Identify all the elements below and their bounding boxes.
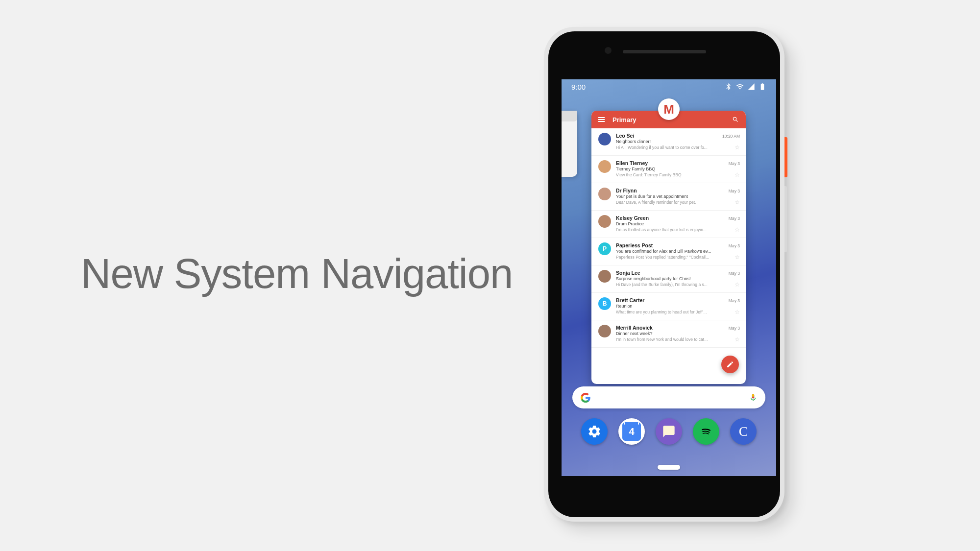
signal-icon bbox=[747, 83, 755, 91]
mail-sender: Merrill Anovick bbox=[616, 325, 653, 331]
mail-subject: Your pet is due for a vet appointment bbox=[616, 194, 740, 199]
slide-title: New System Navigation bbox=[81, 250, 513, 298]
mail-preview: View the Card: Tierney Family BBQ bbox=[616, 172, 732, 177]
avatar: P bbox=[598, 242, 611, 255]
hamburger-menu-icon[interactable] bbox=[598, 117, 605, 122]
mail-time: May 3 bbox=[729, 189, 740, 193]
star-icon[interactable]: ☆ bbox=[735, 254, 740, 261]
mail-subject: Dinner next week? bbox=[616, 331, 740, 336]
mail-preview: Hi Dave (and the Burke family), I'm thro… bbox=[616, 282, 732, 287]
star-icon[interactable]: ☆ bbox=[735, 144, 740, 151]
avatar: B bbox=[598, 297, 611, 310]
google-g-icon bbox=[580, 392, 591, 403]
mail-preview: Paperless Post You replied "attending." … bbox=[616, 255, 732, 260]
search-icon[interactable] bbox=[732, 116, 739, 123]
mail-subject: Tierney Family BBQ bbox=[616, 167, 740, 171]
compose-fab[interactable] bbox=[721, 356, 739, 373]
c-app-icon[interactable]: C bbox=[730, 418, 757, 445]
battery-icon bbox=[759, 83, 766, 91]
status-icons bbox=[725, 83, 766, 91]
voice-mic-icon[interactable] bbox=[749, 393, 758, 402]
mail-row[interactable]: Dr Flynn May 3 Your pet is due for a vet… bbox=[591, 183, 746, 211]
mail-time: May 3 bbox=[729, 298, 740, 303]
power-button[interactable] bbox=[784, 137, 787, 177]
status-time: 9:00 bbox=[571, 83, 586, 91]
mail-row[interactable]: B Brett Carter May 3 Reunion What time a… bbox=[591, 293, 746, 320]
mail-sender: Dr Flynn bbox=[616, 188, 637, 193]
mail-time: 10:20 AM bbox=[722, 134, 740, 139]
calendar-app-icon[interactable]: 4 bbox=[618, 418, 645, 445]
gear-icon bbox=[587, 424, 602, 439]
spotify-app-icon[interactable] bbox=[693, 418, 719, 445]
mail-subject: Drum Practice bbox=[616, 221, 740, 226]
wifi-icon bbox=[736, 83, 744, 91]
mail-sender: Leo Sei bbox=[616, 133, 634, 139]
avatar bbox=[598, 188, 611, 200]
mail-subject: Reunion bbox=[616, 304, 740, 309]
avatar bbox=[598, 215, 611, 228]
mail-preview: What time are you planning to head out f… bbox=[616, 310, 732, 314]
gmail-recents-card[interactable]: Primary Leo Sei 10:20 AM Neighbors dinne… bbox=[591, 111, 746, 384]
star-icon[interactable]: ☆ bbox=[735, 199, 740, 206]
dock-app-row: 4 C bbox=[562, 418, 776, 445]
gmail-app-icon[interactable]: M bbox=[658, 98, 680, 120]
mail-subject: Surprise neighborhood party for Chris! bbox=[616, 276, 740, 281]
phone-screen: 9:00 M Primary Leo Sei bbox=[562, 79, 776, 476]
star-icon[interactable]: ☆ bbox=[735, 309, 740, 315]
mail-time: May 3 bbox=[729, 161, 740, 166]
avatar bbox=[598, 270, 611, 283]
mail-row[interactable]: Leo Sei 10:20 AM Neighbors dinner! Hi Al… bbox=[591, 128, 746, 156]
mail-sender: Ellen Tierney bbox=[616, 160, 648, 166]
mail-preview: Dear Dave, A friendly reminder for your … bbox=[616, 200, 732, 205]
mail-time: May 3 bbox=[729, 271, 740, 276]
mail-list: Leo Sei 10:20 AM Neighbors dinner! Hi Al… bbox=[591, 128, 746, 348]
messages-app-icon[interactable] bbox=[656, 418, 682, 445]
avatar bbox=[598, 160, 611, 173]
mail-preview: Hi All! Wondering if you all want to com… bbox=[616, 145, 732, 150]
google-search-bar[interactable] bbox=[572, 386, 765, 408]
home-nav-pill[interactable] bbox=[658, 465, 680, 470]
mail-subject: Neighbors dinner! bbox=[616, 139, 740, 144]
phone-bezel: 9:00 M Primary Leo Sei bbox=[548, 31, 780, 517]
calendar-day-label: 4 bbox=[629, 426, 634, 437]
gmail-icon-letter: M bbox=[663, 102, 674, 117]
star-icon[interactable]: ☆ bbox=[735, 171, 740, 178]
mail-row[interactable]: Kelsey Green May 3 Drum Practice I'm as … bbox=[591, 211, 746, 238]
mail-sender: Paperless Post bbox=[616, 242, 653, 248]
star-icon[interactable]: ☆ bbox=[735, 281, 740, 288]
avatar bbox=[598, 325, 611, 337]
previous-app-card[interactable] bbox=[562, 111, 577, 177]
settings-app-icon[interactable] bbox=[581, 418, 608, 445]
bluetooth-icon bbox=[725, 83, 733, 91]
mail-sender: Sonja Lee bbox=[616, 270, 640, 276]
mail-row[interactable]: P Paperless Post May 3 You are confirmed… bbox=[591, 238, 746, 265]
front-camera bbox=[605, 47, 612, 54]
earpiece-speaker bbox=[623, 50, 706, 53]
mail-row[interactable]: Sonja Lee May 3 Surprise neighborhood pa… bbox=[591, 265, 746, 293]
mail-row[interactable]: Merrill Anovick May 3 Dinner next week? … bbox=[591, 320, 746, 348]
star-icon[interactable]: ☆ bbox=[735, 336, 740, 343]
volume-button[interactable] bbox=[784, 186, 787, 252]
phone-frame: 9:00 M Primary Leo Sei bbox=[544, 27, 784, 522]
mail-preview: I'm in town from New York and would love… bbox=[616, 337, 732, 342]
status-bar: 9:00 bbox=[562, 79, 776, 94]
messages-icon bbox=[662, 425, 676, 438]
spotify-icon bbox=[699, 424, 713, 439]
avatar bbox=[598, 133, 611, 145]
mail-sender: Kelsey Green bbox=[616, 215, 649, 221]
mail-preview: I'm as thrilled as anyone that your kid … bbox=[616, 227, 732, 232]
mail-subject: You are confirmed for Alex and Bill Pavk… bbox=[616, 249, 740, 254]
star-icon[interactable]: ☆ bbox=[735, 226, 740, 233]
app-drawer-handle[interactable] bbox=[662, 375, 676, 376]
compose-icon bbox=[726, 360, 734, 368]
mail-time: May 3 bbox=[729, 326, 740, 331]
mail-sender: Brett Carter bbox=[616, 297, 644, 303]
mail-time: May 3 bbox=[729, 243, 740, 248]
mail-time: May 3 bbox=[729, 216, 740, 221]
mail-row[interactable]: Ellen Tierney May 3 Tierney Family BBQ V… bbox=[591, 156, 746, 183]
c-app-letter: C bbox=[739, 424, 748, 439]
